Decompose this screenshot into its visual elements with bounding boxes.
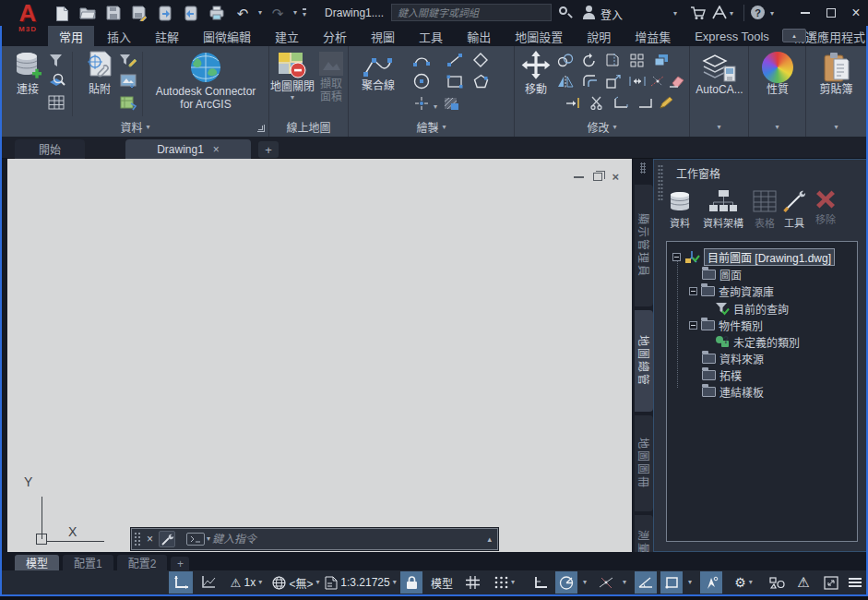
- save-button[interactable]: [103, 3, 124, 23]
- rectangle-button[interactable]: [445, 72, 465, 90]
- tab-feature-edit[interactable]: 圖徵編輯: [192, 26, 262, 46]
- command-line[interactable]: × ▾ ▴: [131, 528, 498, 550]
- tab-analyze[interactable]: 分析: [312, 26, 358, 46]
- autodesk-account-button[interactable]: [712, 6, 727, 22]
- search-data-button[interactable]: [46, 72, 66, 90]
- drawing-minimize-icon[interactable]: [574, 176, 584, 178]
- edit-query-button[interactable]: ?: [118, 51, 138, 69]
- point-button[interactable]: [411, 94, 432, 113]
- model-space-button[interactable]: 模型: [426, 571, 458, 594]
- minimize-button[interactable]: [793, 0, 817, 26]
- autocad-panel-dropdown[interactable]: ▾: [690, 120, 748, 134]
- define-query-button[interactable]: [46, 51, 66, 69]
- command-input[interactable]: [210, 532, 487, 546]
- collapse-icon[interactable]: [689, 321, 697, 330]
- tab-help[interactable]: 說明: [576, 26, 622, 46]
- polar-dropdown[interactable]: ▾: [578, 571, 591, 594]
- command-customize-button[interactable]: [159, 531, 175, 547]
- data-dialog-launcher[interactable]: [256, 123, 265, 132]
- open-file-button[interactable]: [77, 3, 98, 23]
- tree-item-data-sources[interactable]: 資料來源: [702, 351, 764, 366]
- customization-gear-control[interactable]: ⚙ ▾: [726, 571, 761, 594]
- tab-display-manager[interactable]: 顯示管理員: [635, 185, 653, 306]
- model-axes-toggle[interactable]: [169, 571, 193, 594]
- rhombus-button[interactable]: [470, 51, 491, 69]
- taskpane-tools-button[interactable]: 工具: [779, 189, 809, 230]
- edit-polyline-button[interactable]: [657, 93, 677, 112]
- tree-item-drawings[interactable]: 圖面: [702, 267, 742, 282]
- viewport-scale-control[interactable]: 1:3.21725 ▾: [325, 571, 397, 594]
- arc-button[interactable]: [411, 51, 432, 69]
- mirror-button[interactable]: [555, 72, 576, 90]
- tab-map-explorer[interactable]: 地圖總管: [635, 310, 653, 412]
- arcgis-connector-button[interactable]: Autodesk Connector for ArcGIS: [148, 50, 264, 111]
- taskpane-data-button[interactable]: 資料: [663, 189, 696, 230]
- save-as-button[interactable]: [129, 3, 149, 23]
- mirror-doc-button[interactable]: [603, 51, 624, 69]
- clipboard-panel-dropdown[interactable]: ▾: [806, 120, 866, 134]
- tab-home[interactable]: 常用: [48, 26, 94, 46]
- close-tab-icon[interactable]: ×: [213, 143, 220, 156]
- qat-customize-button[interactable]: ▾: [303, 8, 306, 18]
- grid-display-toggle[interactable]: [461, 571, 483, 594]
- command-close-icon[interactable]: ×: [141, 533, 159, 546]
- properties-panel-button[interactable]: 性質: [751, 52, 804, 96]
- panel-label-data[interactable]: 資料 ▾: [2, 120, 268, 134]
- isolate-objects-button[interactable]: [765, 571, 789, 594]
- customize-menu-button[interactable]: [845, 571, 865, 594]
- collapse-icon[interactable]: [689, 287, 697, 295]
- tab-express-tools[interactable]: Express Tools: [684, 26, 780, 46]
- map-close-dropdown[interactable]: ▾: [291, 94, 294, 102]
- autocad-panel-button[interactable]: AutoCA...: [692, 52, 747, 96]
- panel-properties[interactable]: 性質 ▾: [749, 46, 806, 137]
- coordinate-system-control[interactable]: <無> ▾: [271, 571, 321, 594]
- ribbon-minimize-dropdown[interactable]: ▾: [810, 32, 814, 40]
- panel-clipboard[interactable]: 剪貼簿 ▾: [806, 46, 866, 137]
- search-input[interactable]: [392, 5, 551, 20]
- tab-map-book[interactable]: 地圖圖冊: [635, 415, 653, 511]
- snap-mode-control[interactable]: ▾: [487, 571, 522, 594]
- array-button[interactable]: [627, 51, 648, 69]
- line-button[interactable]: [445, 51, 465, 69]
- copy-objects-button[interactable]: [651, 51, 672, 69]
- panel-label-draw[interactable]: 繪製 ▾: [349, 120, 514, 134]
- erase-button[interactable]: [666, 72, 686, 90]
- object-snap-toggle[interactable]: [660, 571, 683, 594]
- tab-add-ins[interactable]: 增益集: [624, 26, 682, 46]
- import-map-button[interactable]: [118, 93, 138, 112]
- tree-item-current-drawing[interactable]: 目前圖面 [Drawing1.dwg]: [672, 249, 835, 264]
- drawing-grid-toggle[interactable]: [196, 571, 220, 594]
- object-snap-tracking-toggle[interactable]: [595, 571, 617, 594]
- move-button[interactable]: 移動: [517, 50, 555, 96]
- tab-create[interactable]: 建立: [264, 26, 310, 46]
- app-store-button[interactable]: [690, 6, 706, 23]
- autodesk-dropdown[interactable]: ▾: [730, 10, 733, 18]
- connect-button[interactable]: 連接: [7, 50, 48, 96]
- taskpane-schema-button[interactable]: 資料架構: [698, 189, 748, 230]
- osnap-dropdown[interactable]: ▾: [684, 571, 696, 594]
- measure-button[interactable]: [648, 72, 668, 90]
- arc-dropdown[interactable]: ▾: [434, 103, 437, 111]
- clean-screen-button[interactable]: [819, 571, 843, 594]
- open-from-mobile-button[interactable]: [155, 3, 175, 23]
- ribbon-minimize-icon[interactable]: ▴: [782, 29, 806, 42]
- polygon-button[interactable]: [470, 72, 491, 90]
- drawing-restore-icon[interactable]: [593, 173, 602, 181]
- tree-item-object-classes[interactable]: 物件類別: [689, 318, 763, 332]
- hatch-button[interactable]: [441, 94, 461, 113]
- tree-item-topologies[interactable]: 拓樸: [702, 367, 742, 382]
- tab-view[interactable]: 視圖: [360, 26, 406, 46]
- redo-dropdown[interactable]: ▾: [293, 9, 297, 17]
- search-button[interactable]: [559, 6, 572, 19]
- otrack-dropdown[interactable]: ▾: [618, 571, 631, 594]
- viewport-lock-toggle[interactable]: [400, 571, 422, 594]
- help-button[interactable]: ?: [751, 6, 765, 19]
- drawing-close-icon[interactable]: ×: [612, 171, 619, 183]
- fillet-button[interactable]: [611, 93, 631, 112]
- clipboard-panel-button[interactable]: 剪貼簿: [808, 52, 864, 96]
- offset-button[interactable]: [579, 72, 600, 90]
- tab-insert[interactable]: 插入: [96, 26, 142, 46]
- polar-tracking-toggle[interactable]: [555, 571, 577, 594]
- chamfer-button[interactable]: [635, 93, 655, 112]
- stretch-button[interactable]: [627, 72, 648, 90]
